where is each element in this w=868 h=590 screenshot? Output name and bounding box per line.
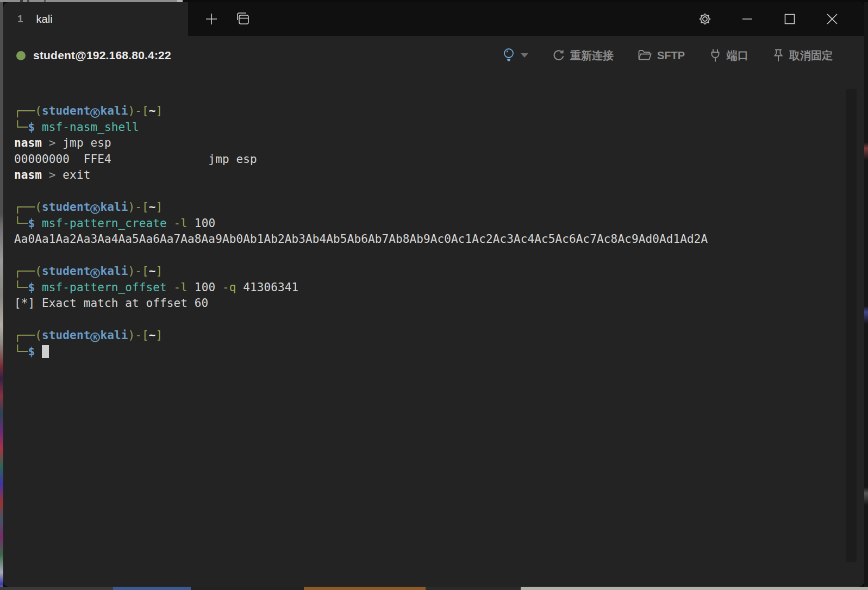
sftp-button[interactable]: SFTP (638, 49, 685, 62)
lightbulb-icon (502, 47, 515, 64)
terminal-text-span (35, 281, 42, 294)
terminal-text-span: └─ (14, 121, 28, 134)
terminal-scrollbar[interactable] (846, 89, 857, 562)
terminal-text-span: )-[ (128, 200, 148, 214)
close-button[interactable] (824, 11, 840, 27)
terminal-line: └─$ msf-pattern_create -l 100 (14, 216, 842, 232)
terminal-text-span: msf-pattern_create (42, 217, 167, 230)
window-controls (697, 2, 864, 36)
terminal-text-span: nasm (14, 168, 42, 181)
terminal-text-span (167, 281, 174, 294)
session-toolbar: student@192.168.80.4:22 (3, 36, 864, 75)
terminal-text-span: ] (156, 200, 163, 214)
terminal-text-span (167, 217, 174, 230)
terminal-line (14, 248, 842, 264)
reconnect-label: 重新连接 (570, 48, 614, 63)
hints-dropdown-button[interactable] (502, 47, 528, 64)
unpin-button[interactable]: 取消固定 (772, 48, 833, 63)
terminal-text-span (35, 345, 42, 358)
terminal-text-span: └─ (14, 281, 28, 294)
terminal-text-span: msf-nasm_shell (42, 121, 139, 134)
terminal-text-span: > (42, 136, 63, 149)
terminal-line: nasm > exit (14, 167, 842, 184)
kali-dragon-icon: K (90, 204, 100, 214)
terminal-text-span: ┌──( (14, 200, 42, 214)
terminal-text-span: ] (156, 265, 163, 278)
terminal-text-span: )-[ (128, 265, 148, 278)
terminal-line: 00000000 FFE4 jmp esp (14, 152, 842, 168)
terminal-text-span: ] (156, 329, 163, 342)
terminal-line: ┌──(studentKkali)-[~] (14, 103, 842, 120)
terminal-text-span: $ (28, 217, 35, 230)
terminal-text-span: $ (28, 281, 35, 294)
terminal-line: ┌──(studentKkali)-[~] (14, 263, 842, 280)
plus-icon (204, 11, 219, 27)
app-window: 1 kali (3, 2, 864, 587)
terminal-cursor (42, 345, 49, 358)
kali-dragon-icon: K (90, 332, 100, 342)
tab-bar: 1 kali (3, 2, 864, 36)
terminal-line: └─$ msf-nasm_shell (14, 120, 842, 136)
maximize-icon (783, 12, 797, 26)
kali-dragon-icon: K (90, 108, 100, 118)
terminal-line (14, 312, 842, 328)
terminal-text-span: ┌──( (14, 329, 42, 342)
terminal-text-span: ~ (149, 329, 156, 342)
terminal-text-span: > (42, 168, 63, 181)
terminal-line: └─$ msf-pattern_offset -l 100 -q 4130634… (14, 280, 842, 296)
minimize-button[interactable] (739, 11, 755, 27)
terminal-text-span: msf-pattern_offset (42, 281, 167, 294)
terminal-text-span: )-[ (128, 104, 148, 117)
terminal-line: ┌──(studentKkali)-[~] (14, 199, 842, 216)
terminal-text-span: studentKkali (42, 104, 128, 117)
terminal-text-span: studentKkali (42, 265, 128, 278)
terminal-text-span: studentKkali (42, 329, 128, 342)
new-tab-button[interactable] (202, 2, 221, 36)
terminal-output: ┌──(studentKkali)-[~]└─$ msf-nasm_shelln… (3, 75, 864, 360)
settings-button[interactable] (697, 11, 713, 27)
terminal-text-span: )-[ (128, 329, 148, 342)
reconnect-button[interactable]: 重新连接 (552, 48, 614, 63)
terminal-text-span: └─ (14, 345, 28, 358)
terminal-text-span (35, 217, 42, 230)
tab-title: kali (36, 13, 53, 26)
terminal-text-span (35, 121, 42, 134)
maximize-button[interactable] (782, 11, 798, 27)
terminal-text-span: ] (156, 104, 163, 117)
tab-kali[interactable]: 1 kali (3, 2, 188, 36)
refresh-icon (552, 49, 565, 62)
terminal-text-span: $ (28, 121, 35, 134)
terminal-text-span: └─ (14, 217, 28, 230)
unpin-label: 取消固定 (789, 48, 833, 63)
layout-button[interactable] (234, 2, 252, 36)
port-button[interactable]: 端口 (709, 48, 748, 63)
port-label: 端口 (727, 48, 748, 63)
kali-dragon-icon: K (90, 268, 100, 278)
terminal-text-span: ~ (149, 104, 156, 117)
screen: 1 kali (0, 0, 868, 590)
terminal-text-span: ┌──( (14, 104, 42, 117)
pin-icon (772, 48, 784, 62)
terminal-text-span: exit (63, 168, 90, 181)
window-layout-icon (234, 11, 252, 27)
connection-status-dot (16, 51, 26, 60)
terminal-text-span: 00000000 FFE4 jmp esp (14, 153, 257, 166)
chevron-down-icon (521, 53, 528, 58)
terminal-line: Aa0Aa1Aa2Aa3Aa4Aa5Aa6Aa7Aa8Aa9Ab0Ab1Ab2A… (14, 231, 842, 248)
terminal-viewport[interactable]: ┌──(studentKkali)-[~]└─$ msf-nasm_shelln… (3, 75, 864, 587)
desktop-background-bottom-edge (0, 587, 868, 590)
folder-icon (638, 49, 652, 62)
session-actions: 重新连接 SFTP (502, 47, 833, 64)
terminal-line (14, 184, 842, 200)
minimize-icon (740, 12, 754, 26)
terminal-text-span: ~ (149, 265, 156, 278)
tab-index: 1 (17, 13, 23, 25)
close-icon (825, 12, 839, 26)
terminal-text-span: studentKkali (42, 200, 128, 214)
terminal-text-span: -l (174, 281, 188, 294)
terminal-text-span: ~ (149, 200, 156, 214)
terminal-text-span: [*] Exact match at offset 60 (14, 297, 208, 310)
terminal-text-span: Aa0Aa1Aa2Aa3Aa4Aa5Aa6Aa7Aa8Aa9Ab0Ab1Ab2A… (14, 233, 708, 246)
terminal-text-span: -l (174, 217, 188, 230)
sftp-label: SFTP (657, 49, 685, 62)
